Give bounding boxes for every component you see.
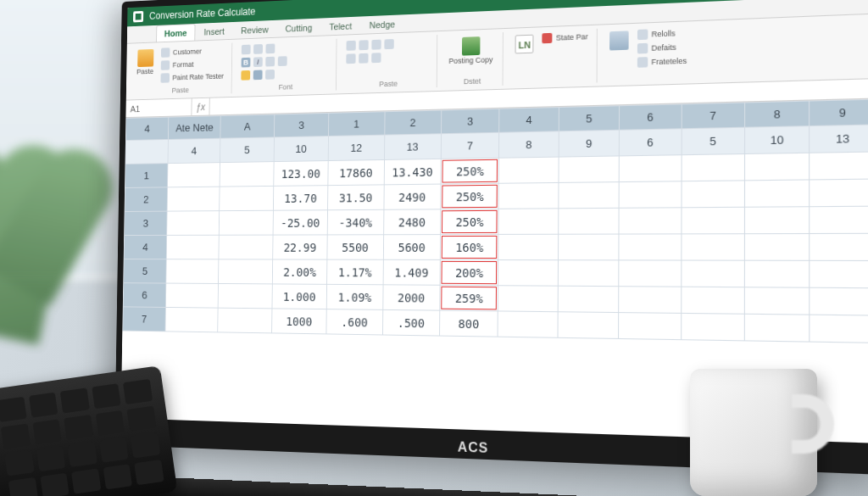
cell[interactable]: [499, 157, 559, 183]
subheader-cell[interactable]: 5: [682, 127, 745, 155]
clipboard-item[interactable]: Format: [159, 58, 225, 71]
state-par-button[interactable]: State Par: [541, 31, 590, 44]
row-header[interactable]: 3: [125, 211, 168, 235]
cell[interactable]: [810, 260, 868, 287]
cell[interactable]: [219, 259, 273, 284]
row-header[interactable]: 5: [124, 259, 167, 283]
cell[interactable]: 31.50: [328, 185, 384, 210]
paste-button[interactable]: Paste: [134, 47, 157, 77]
row-header[interactable]: 6: [123, 283, 166, 308]
row-header[interactable]: 4: [124, 235, 167, 259]
subheader-cell[interactable]: 13: [384, 134, 441, 160]
subheader-cell[interactable]: 4: [168, 138, 220, 163]
column-header[interactable]: 2: [384, 110, 441, 135]
tab-insert[interactable]: Insert: [197, 23, 232, 41]
cell[interactable]: 160%: [440, 234, 498, 259]
sheet-table[interactable]: 4Ate NeteA312345678945101213789651013112…: [122, 99, 868, 343]
cell[interactable]: 17860: [328, 159, 384, 185]
cell[interactable]: [619, 287, 682, 314]
cell[interactable]: [619, 181, 681, 209]
cell[interactable]: [682, 181, 745, 208]
column-header[interactable]: 8: [745, 101, 810, 127]
cell[interactable]: [498, 260, 558, 287]
cell[interactable]: [559, 156, 620, 183]
cell[interactable]: 5500: [327, 235, 383, 260]
cell[interactable]: 250%: [441, 183, 499, 209]
cell[interactable]: [165, 307, 218, 332]
cell[interactable]: 13.430: [384, 159, 441, 184]
align-row-2[interactable]: [344, 52, 395, 65]
cell[interactable]: [681, 313, 744, 340]
cell[interactable]: [619, 155, 681, 182]
cell[interactable]: 259%: [440, 285, 498, 311]
cell[interactable]: [218, 308, 272, 333]
tab-cutting[interactable]: Cutting: [277, 20, 320, 37]
cell[interactable]: 2.00%: [272, 259, 327, 284]
font-row-3[interactable]: [239, 68, 288, 81]
column-header[interactable]: 1: [329, 112, 385, 137]
clipboard-item[interactable]: Customer: [159, 45, 225, 59]
subheader-cell[interactable]: 10: [274, 136, 329, 161]
cell[interactable]: [168, 163, 220, 187]
cell[interactable]: [498, 286, 558, 312]
column-header[interactable]: 5: [559, 106, 620, 131]
cell[interactable]: 123.00: [274, 161, 329, 187]
cell[interactable]: 22.99: [273, 235, 328, 259]
cell[interactable]: [166, 235, 219, 259]
cell[interactable]: [498, 234, 558, 259]
align-row-1[interactable]: [345, 38, 396, 52]
cell[interactable]: [619, 208, 681, 234]
cell[interactable]: [558, 286, 619, 312]
cell[interactable]: [745, 234, 810, 261]
cell[interactable]: [558, 234, 619, 260]
subheader-cell[interactable]: 6: [620, 129, 682, 156]
name-box[interactable]: A1: [125, 98, 192, 117]
cells-item[interactable]: Defaits: [636, 41, 689, 55]
cell[interactable]: [745, 207, 810, 234]
cells-big-button[interactable]: [606, 29, 632, 53]
cell[interactable]: [810, 315, 868, 343]
corner-cell[interactable]: 4: [125, 117, 168, 140]
subheader-cell[interactable]: 10: [745, 126, 810, 154]
cell[interactable]: [499, 182, 559, 209]
cell[interactable]: [220, 186, 274, 210]
tab-home[interactable]: Home: [156, 24, 195, 42]
cell[interactable]: [220, 162, 274, 187]
cell[interactable]: [681, 287, 744, 314]
cell[interactable]: [619, 313, 682, 340]
cell[interactable]: 13.70: [273, 186, 328, 211]
cell[interactable]: [166, 259, 219, 284]
column-header[interactable]: A: [220, 114, 274, 138]
column-header[interactable]: Ate Nete: [168, 116, 220, 140]
cell[interactable]: [559, 208, 620, 234]
cell[interactable]: [619, 234, 681, 260]
cell[interactable]: [810, 206, 868, 233]
cell[interactable]: 1.17%: [327, 259, 383, 285]
cell[interactable]: [744, 314, 810, 342]
row-header[interactable]: 7: [123, 307, 166, 332]
column-header[interactable]: 6: [620, 104, 682, 130]
column-header[interactable]: 7: [682, 103, 745, 129]
cell[interactable]: [167, 187, 220, 211]
cell[interactable]: [682, 154, 745, 181]
subheader-cell[interactable]: 5: [220, 137, 274, 163]
cell[interactable]: 200%: [440, 259, 498, 285]
cell[interactable]: [219, 235, 273, 259]
cell[interactable]: [810, 152, 868, 180]
cell[interactable]: [745, 180, 810, 207]
cell[interactable]: 2000: [382, 285, 440, 310]
cell[interactable]: [810, 287, 868, 315]
cell[interactable]: [744, 260, 810, 287]
row-header[interactable]: 1: [125, 164, 167, 188]
cell[interactable]: -340%: [327, 209, 383, 235]
cell[interactable]: 1000: [271, 309, 326, 334]
cell[interactable]: 250%: [441, 209, 499, 234]
styles-button[interactable]: LN: [512, 32, 537, 55]
column-header[interactable]: 3: [274, 113, 329, 137]
tab-nedge[interactable]: Nedge: [361, 15, 403, 33]
cell[interactable]: [165, 283, 218, 308]
cell[interactable]: .600: [326, 309, 382, 335]
cell[interactable]: [498, 209, 558, 235]
fx-icon[interactable]: ƒx: [192, 98, 209, 115]
tab-telect[interactable]: Telect: [321, 18, 359, 36]
